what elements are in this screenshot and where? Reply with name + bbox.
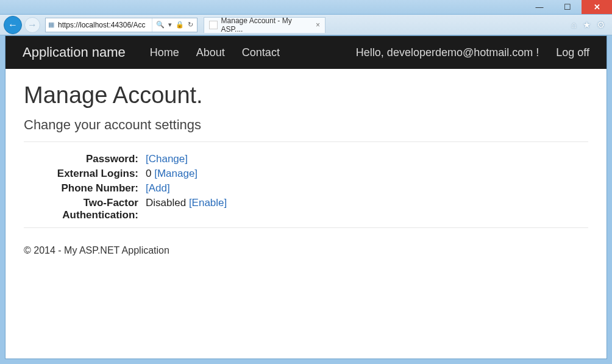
favorites-icon[interactable]: ★ xyxy=(583,20,591,30)
site-navbar: Application name Home About Contact Hell… xyxy=(5,36,607,69)
value-external-logins: 0 [Manage] xyxy=(146,168,588,180)
link-manage-external[interactable]: [Manage] xyxy=(154,168,197,179)
window-close-button[interactable]: ✕ xyxy=(582,0,612,14)
label-two-factor: Two-Factor Authentication: xyxy=(24,197,146,221)
window-maximize-button[interactable]: ☐ xyxy=(553,0,582,14)
site-identity-icon[interactable]: ▦ xyxy=(46,21,57,29)
lock-icon[interactable]: 🔒 xyxy=(176,21,184,29)
back-button[interactable]: ← xyxy=(4,16,22,34)
external-logins-count: 0 xyxy=(146,168,154,179)
tools-icon[interactable]: ⚙ xyxy=(597,20,605,30)
label-password: Password: xyxy=(24,153,146,165)
nav-logoff[interactable]: Log off xyxy=(556,46,589,59)
window-titlebar: — ☐ ✕ xyxy=(0,0,612,15)
nav-greeting[interactable]: Hello, developerdemo@hotmail.com ! xyxy=(356,46,539,59)
browser-right-controls: ⌂ ★ ⚙ xyxy=(571,20,608,30)
nav-about[interactable]: About xyxy=(196,46,225,59)
forward-button[interactable]: → xyxy=(24,17,40,33)
search-icon[interactable]: 🔍 xyxy=(156,21,165,29)
value-phone: [Add] xyxy=(146,182,588,194)
page-content: Manage Account. Change your account sett… xyxy=(5,69,607,245)
page-footer: © 2014 - My ASP.NET Application xyxy=(5,245,607,268)
brand-link[interactable]: Application name xyxy=(23,45,126,60)
link-change-password[interactable]: [Change] xyxy=(146,153,188,165)
label-external-logins: External Logins: xyxy=(24,168,146,180)
link-enable-two-factor[interactable]: [Enable] xyxy=(189,197,227,209)
tab-favicon xyxy=(209,21,218,29)
url-input[interactable] xyxy=(57,18,152,32)
home-icon[interactable]: ⌂ xyxy=(571,20,577,30)
nav-contact[interactable]: Contact xyxy=(242,46,280,59)
address-controls: 🔍 ▾ 🔒 ↻ xyxy=(152,18,197,32)
label-phone: Phone Number: xyxy=(24,182,146,194)
browser-tab[interactable]: Manage Account - My ASP.... × xyxy=(204,17,326,33)
page-title: Manage Account. xyxy=(24,82,588,109)
footer-text: © 2014 - My ASP.NET Application xyxy=(24,245,169,255)
window-minimize-button[interactable]: — xyxy=(525,0,553,14)
browser-toolbar: ← → ▦ 🔍 ▾ 🔒 ↻ Manage Account - My ASP...… xyxy=(0,15,612,35)
value-password: [Change] xyxy=(146,153,588,165)
nav-home[interactable]: Home xyxy=(150,46,179,59)
two-factor-status: Disabled xyxy=(146,197,189,209)
dropdown-icon[interactable]: ▾ xyxy=(168,21,172,29)
page-subtitle: Change your account settings xyxy=(24,117,588,133)
divider xyxy=(24,141,588,142)
page-viewport: Application name Home About Contact Hell… xyxy=(5,35,607,359)
footer-divider xyxy=(24,227,588,228)
refresh-icon[interactable]: ↻ xyxy=(188,21,193,29)
settings-list: Password: [Change] External Logins: 0 [M… xyxy=(24,153,588,221)
address-bar[interactable]: ▦ 🔍 ▾ 🔒 ↻ xyxy=(45,18,197,32)
tab-close-icon[interactable]: × xyxy=(316,21,320,29)
tab-title: Manage Account - My ASP.... xyxy=(221,16,312,34)
link-add-phone[interactable]: [Add] xyxy=(146,182,170,194)
value-two-factor: Disabled [Enable] xyxy=(146,197,588,221)
